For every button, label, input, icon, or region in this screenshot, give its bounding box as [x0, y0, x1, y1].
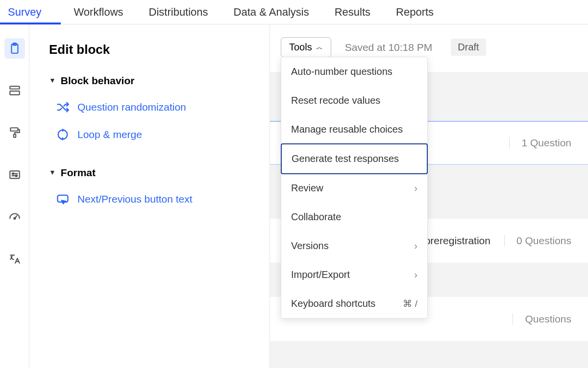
dd-reset-recode[interactable]: Reset recode values: [281, 86, 427, 115]
rail-translate-button[interactable]: [4, 249, 25, 269]
tools-button[interactable]: Tools ︿: [281, 37, 331, 57]
caret-down-icon: ▼: [49, 76, 56, 84]
rail-look-button[interactable]: [4, 122, 25, 143]
edit-block-panel: Edit block ▼ Block behavior Question ran…: [29, 24, 270, 368]
svg-rect-3: [10, 91, 20, 95]
section-heading-label: Block behavior: [61, 75, 135, 87]
dd-item-label: Import/Export: [291, 269, 350, 280]
loop-merge-item[interactable]: Loop & merge: [56, 128, 257, 141]
chevron-up-icon: ︿: [316, 43, 323, 52]
svg-rect-6: [10, 171, 20, 178]
slider-icon: [8, 168, 21, 181]
caret-down-icon: ▼: [49, 168, 56, 176]
dd-item-label: Versions: [291, 240, 329, 252]
section-format[interactable]: ▼ Format: [49, 167, 257, 179]
question-randomization-item[interactable]: Question randomization: [56, 100, 257, 114]
dd-item-label: Auto-number questions: [291, 66, 392, 77]
block-icon: [8, 84, 21, 97]
dashboard-icon: [8, 210, 21, 223]
loop-icon: [56, 128, 70, 141]
side-item-label: Question randomization: [77, 101, 186, 113]
svg-rect-2: [10, 86, 20, 89]
tab-distributions[interactable]: Distributions: [136, 0, 221, 24]
dd-import-export[interactable]: Import/Export›: [281, 260, 427, 289]
tab-results[interactable]: Results: [322, 0, 383, 24]
left-rail: [0, 24, 29, 368]
shortcut-text: ⌘ /: [403, 298, 417, 309]
top-nav: Survey Workflows Distributions Data & An…: [0, 0, 588, 24]
chevron-right-icon: ›: [414, 240, 417, 252]
cursor-icon: [56, 192, 70, 206]
dd-item-label: Review: [291, 183, 323, 194]
dd-item-label: Keyboard shortcuts: [291, 298, 375, 309]
rail-options-button[interactable]: [4, 164, 25, 185]
svg-rect-4: [10, 128, 18, 131]
dd-auto-number[interactable]: Auto-number questions: [281, 57, 427, 86]
section-heading-label: Format: [61, 167, 96, 179]
tab-workflows[interactable]: Workflows: [61, 0, 136, 24]
chevron-right-icon: ›: [414, 183, 417, 194]
rail-quotas-button[interactable]: [4, 207, 25, 227]
clipboard-icon: [8, 42, 21, 55]
tools-button-label: Tools: [289, 42, 312, 53]
dd-versions[interactable]: Versions›: [281, 231, 427, 260]
panel-title: Edit block: [49, 42, 257, 57]
side-item-label: Next/Previous button text: [77, 193, 193, 205]
main-canvas-area: Tools ︿ Saved at 10:18 PM Draft Auto-num…: [270, 24, 588, 368]
rail-block-button[interactable]: [4, 80, 25, 101]
svg-rect-5: [13, 134, 15, 138]
tab-data-analysis[interactable]: Data & Analysis: [221, 0, 322, 24]
dd-keyboard-shortcuts[interactable]: Keyboard shortcuts⌘ /: [281, 289, 427, 318]
dd-collaborate[interactable]: Collaborate: [281, 203, 427, 231]
tab-reports[interactable]: Reports: [383, 0, 446, 24]
next-prev-button-text-item[interactable]: Next/Previous button text: [56, 192, 257, 206]
block-question-count: 0 Questions: [504, 235, 571, 247]
dd-review[interactable]: Review›: [281, 174, 427, 203]
section-block-behavior[interactable]: ▼ Block behavior: [49, 75, 257, 87]
side-item-label: Loop & merge: [77, 129, 142, 140]
block-question-count: 1 Question: [509, 137, 571, 149]
dd-item-label: Collaborate: [291, 211, 341, 223]
dd-generate-test-responses[interactable]: Generate test responses: [281, 143, 428, 174]
dd-manage-reusable[interactable]: Manage reusable choices: [281, 115, 427, 144]
dd-item-label: Reset recode values: [291, 95, 380, 106]
paint-roller-icon: [8, 126, 21, 139]
dd-item-label: Generate test responses: [292, 153, 399, 164]
saved-status: Saved at 10:18 PM: [345, 42, 433, 53]
tools-dropdown: Auto-number questions Reset recode value…: [281, 57, 428, 319]
rail-builder-button[interactable]: [4, 38, 25, 59]
shuffle-icon: [56, 100, 70, 114]
chevron-right-icon: ›: [414, 269, 417, 280]
block-question-count: Questions: [513, 313, 571, 325]
translate-icon: [8, 253, 21, 265]
main-header: Tools ︿ Saved at 10:18 PM Draft: [270, 37, 588, 57]
status-badge: Draft: [451, 39, 486, 56]
block-title: preregistration: [425, 235, 490, 247]
dd-item-label: Manage reusable choices: [291, 124, 403, 135]
tab-survey[interactable]: Survey: [0, 0, 61, 24]
